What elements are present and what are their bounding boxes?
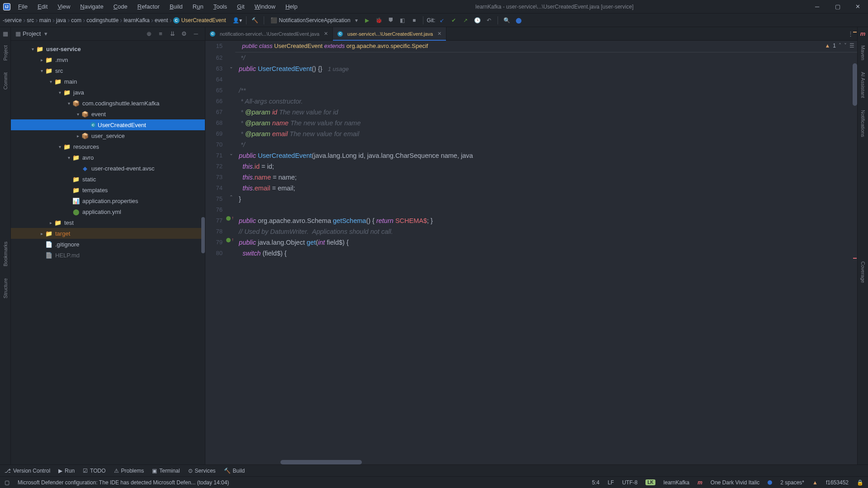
tool-maven[interactable]: Maven <box>860 42 866 64</box>
bb-services[interactable]: ⊙Services <box>188 468 216 474</box>
code-editor[interactable]: 626364 656667 686970 717273 747576 77787… <box>205 52 857 464</box>
override-icon <box>225 237 232 243</box>
todo-icon: ☑ <box>83 468 88 474</box>
cursor-position[interactable]: 5:4 <box>592 479 600 486</box>
hide-icon[interactable]: ─ <box>191 29 200 38</box>
tool-project[interactable]: Project <box>3 42 8 64</box>
tree-userservice[interactable]: ▸📦user_service <box>11 130 205 141</box>
tree-help[interactable]: 📄HELP.md <box>11 250 205 261</box>
search-icon[interactable]: 🔍 <box>502 15 512 25</box>
tree-approps[interactable]: 📊application.properties <box>11 195 205 206</box>
stop-button[interactable]: ■ <box>409 15 419 25</box>
vertical-scrollbar[interactable] <box>853 63 857 106</box>
git-history-icon[interactable]: 🕓 <box>472 15 482 25</box>
tree-appyml[interactable]: ⬤application.yml <box>11 206 205 217</box>
profile-button[interactable]: ◧ <box>398 15 408 25</box>
tool-bookmarks[interactable]: Bookmarks <box>3 238 8 270</box>
run-config-selector[interactable]: ⬛ NotificationServiceApplication ▾ <box>268 16 360 24</box>
tool-structure[interactable]: Structure <box>3 275 8 302</box>
tree-static[interactable]: 📁static <box>11 174 205 185</box>
file-encoding[interactable]: UTF-8 <box>622 479 637 486</box>
run-button[interactable]: ▶ <box>362 15 372 25</box>
project-scrollbar[interactable] <box>201 217 205 253</box>
settings-icon[interactable]: ⚙ <box>180 29 189 38</box>
menu-refactor[interactable]: Refactor <box>133 1 164 12</box>
bb-vcs[interactable]: ⎇Version Control <box>5 468 50 474</box>
tree-src[interactable]: ▾📁src <box>11 65 205 76</box>
tool-coverage[interactable]: Coverage <box>860 258 866 287</box>
menu-run[interactable]: Run <box>188 1 208 12</box>
menu-help[interactable]: Help <box>281 1 302 12</box>
editor-tab-1[interactable]: Cnotification-service\...\UserCreatedEve… <box>205 27 333 40</box>
tree-templates[interactable]: 📁templates <box>11 185 205 195</box>
prev-highlight-icon: ˄ <box>839 43 841 49</box>
menu-view[interactable]: View <box>53 1 75 12</box>
locate-icon[interactable]: ⊕ <box>144 29 153 38</box>
bb-run[interactable]: ▶Run <box>58 468 75 474</box>
project-name-status[interactable]: learnKafka <box>664 479 689 486</box>
tree-avro[interactable]: ▾📁avro <box>11 152 205 163</box>
project-tool-icon[interactable]: ▦ <box>2 30 9 37</box>
titlebar: IJ File Edit View Navigate Code Refactor… <box>0 0 868 14</box>
tree-gitignore[interactable]: 📄.gitignore <box>11 239 205 250</box>
tool-notifications[interactable]: Notifications <box>860 106 866 141</box>
horizontal-scrollbar[interactable] <box>280 460 362 464</box>
inspection-widget[interactable]: ▲1 ˄ ˅ ☰ <box>825 43 854 49</box>
git-rollback-icon[interactable]: ↶ <box>484 15 494 25</box>
git-pull-icon[interactable]: ↙ <box>437 15 447 25</box>
menu-navigate[interactable]: Navigate <box>76 1 108 12</box>
coverage-button[interactable]: ⛊ <box>386 15 396 25</box>
error-stripe[interactable] <box>853 52 857 464</box>
git-commit-icon[interactable]: ✔ <box>449 15 459 25</box>
tree-java[interactable]: ▾📁java <box>11 87 205 98</box>
user-icon[interactable]: 👤▾ <box>232 15 242 25</box>
hammer-icon: 🔨 <box>224 468 231 474</box>
expand-icon[interactable]: ≡ <box>156 29 165 38</box>
tree-target[interactable]: ▸📁target <box>11 228 205 239</box>
navigation-bar: -service› src› main› java› com› codingsh… <box>0 14 868 27</box>
close-button[interactable]: ✕ <box>848 0 868 14</box>
tree-main[interactable]: ▾📁main <box>11 76 205 87</box>
tree-root[interactable]: ▾📁user-service <box>11 43 205 54</box>
lock-icon[interactable]: 🔒 <box>857 479 863 486</box>
fold-icon: ⌄ <box>228 63 234 70</box>
bb-terminal[interactable]: ▣Terminal <box>152 468 180 474</box>
git-push-icon[interactable]: ↗ <box>460 15 470 25</box>
collapse-icon[interactable]: ⇊ <box>168 29 177 38</box>
tool-commit[interactable]: Commit <box>3 69 8 93</box>
menu-file[interactable]: File <box>14 1 32 12</box>
menu-code[interactable]: Code <box>109 1 132 12</box>
tree-avsc[interactable]: ◆user-created-event.avsc <box>11 163 205 174</box>
git-commit-hash[interactable]: f1653452 <box>826 479 849 486</box>
breadcrumb[interactable]: -service› src› main› java› com› codingsh… <box>3 16 226 24</box>
bb-problems[interactable]: ⚠Problems <box>114 468 144 474</box>
editor-tab-2[interactable]: Cuser-service\...\UserCreatedEvent.java … <box>333 27 446 40</box>
bb-build[interactable]: 🔨Build <box>224 468 245 474</box>
indent-info[interactable]: 2 spaces* <box>780 479 804 486</box>
menu-build[interactable]: Build <box>165 1 187 12</box>
tree-usercreatedevent[interactable]: CUserCreatedEvent <box>11 119 205 130</box>
line-separator[interactable]: LF <box>607 479 614 486</box>
menu-git[interactable]: Git <box>232 1 249 12</box>
close-icon[interactable]: ✕ <box>437 31 441 37</box>
build-icon[interactable]: 🔨 <box>250 15 260 25</box>
menu-tools[interactable]: Tools <box>209 1 232 12</box>
tool-ai[interactable]: AI Assistant <box>860 68 866 101</box>
menu-window[interactable]: Window <box>250 1 280 12</box>
maximize-button[interactable]: ▢ <box>827 0 848 14</box>
tree-event[interactable]: ▾📦event <box>11 109 205 119</box>
close-icon[interactable]: ✕ <box>324 31 328 37</box>
debug-button[interactable]: 🐞 <box>374 15 384 25</box>
ide-settings-icon[interactable]: ⬤ <box>513 15 523 25</box>
menu-edit[interactable]: Edit <box>33 1 52 12</box>
maven-icon[interactable]: m <box>859 30 867 37</box>
theme-name[interactable]: One Dark Vivid Italic <box>711 479 760 486</box>
memory-icon[interactable] <box>768 480 772 485</box>
bb-todo[interactable]: ☑TODO <box>83 468 105 474</box>
tree-test[interactable]: ▸📁test <box>11 217 205 228</box>
tree-resources[interactable]: ▾📁resources <box>11 141 205 152</box>
tree-pkg[interactable]: ▾📦com.codingshuttle.learnKafka <box>11 98 205 109</box>
tree-mvn[interactable]: ▸📁.mvn <box>11 54 205 65</box>
quick-list-icon[interactable]: ▢ <box>5 479 9 486</box>
minimize-button[interactable]: ─ <box>807 0 827 14</box>
